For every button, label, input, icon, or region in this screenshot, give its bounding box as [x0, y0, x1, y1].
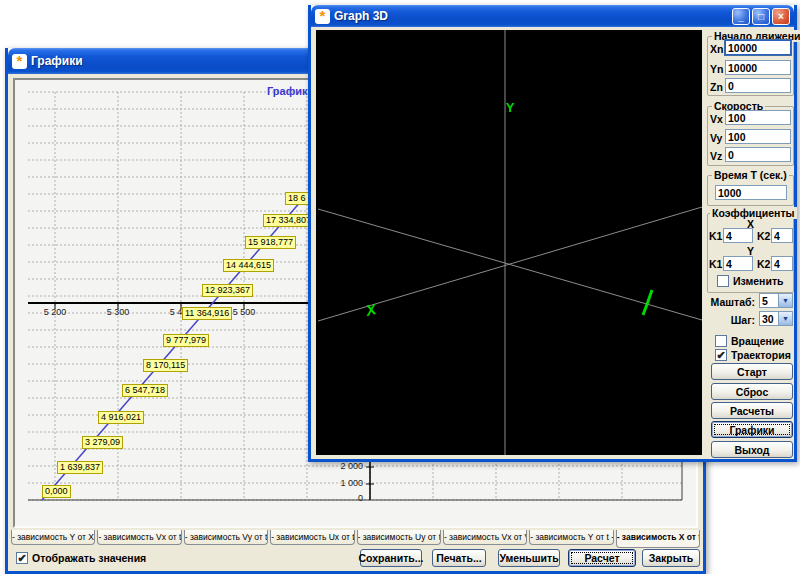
print-button[interactable]: Печать...: [432, 549, 486, 567]
time-group-title: Время Т (сек.): [712, 169, 789, 181]
show-values-checkbox[interactable]: ✔ Отображать значения: [16, 552, 146, 564]
data-point-label: 1 639,837: [57, 461, 103, 474]
chart-title: График: [267, 85, 308, 97]
data-point-label: 6 547,718: [122, 384, 168, 397]
tab-uy-ot-t[interactable]: - зависимость Uy от t: [357, 530, 441, 545]
time-field[interactable]: [715, 185, 787, 200]
data-point-label: 11 364,916: [182, 307, 232, 320]
chevron-down-icon[interactable]: ▼: [778, 294, 792, 307]
checkbox-label: Траектория: [731, 349, 791, 361]
calcs-button[interactable]: Расчеты: [711, 402, 793, 419]
close-window-button[interactable]: Закрыть: [642, 549, 700, 567]
graphs-button[interactable]: Графики: [711, 421, 793, 438]
data-point-label: 4 916,021: [98, 411, 144, 424]
checkbox-label: Вращение: [731, 335, 784, 347]
close-button[interactable]: ×: [772, 8, 790, 25]
zn-label: Zn: [710, 81, 723, 93]
graph3d-window: * Graph 3D _ □ × Y X Начало движения Xn …: [308, 5, 797, 462]
plot3d-axes: Y X: [316, 30, 702, 455]
checkbox-box[interactable]: ✔: [16, 552, 28, 564]
z-axis-marker: [643, 290, 652, 315]
start-button[interactable]: Старт: [711, 363, 793, 380]
yn-label: Yn: [710, 63, 723, 75]
rotation-checkbox[interactable]: Вращение: [715, 335, 784, 347]
k1y-label: K1: [709, 258, 722, 270]
x-tick-label: 5 300: [107, 307, 130, 317]
vy-field[interactable]: [725, 129, 791, 144]
graph3d-titlebar[interactable]: * Graph 3D _ □ ×: [311, 5, 794, 27]
y-tick-label: 1 000: [319, 478, 363, 488]
checkbox-box[interactable]: [717, 275, 729, 287]
app-icon: *: [315, 9, 330, 24]
zn-field[interactable]: [725, 78, 791, 93]
graph3d-client-area: Y X Начало движения Xn Yn Zn Скорость Vx…: [311, 27, 794, 459]
trajectory-checkbox[interactable]: ✔ Траектория: [715, 349, 791, 361]
k1x-label: K1: [709, 230, 722, 242]
change-checkbox[interactable]: Изменить: [717, 275, 784, 287]
reduce-button[interactable]: Уменьшить: [498, 549, 560, 567]
k1x-field[interactable]: [723, 228, 753, 243]
graph3d-window-title: Graph 3D: [334, 9, 388, 23]
xn-label: Xn: [710, 43, 723, 55]
maximize-button[interactable]: □: [752, 8, 770, 25]
save-button[interactable]: Сохранить...: [360, 549, 422, 567]
yn-field[interactable]: [725, 60, 791, 75]
y-tick-label: 0: [319, 493, 363, 503]
k2x-label: K2: [757, 230, 770, 242]
step-label: Шаг:: [703, 314, 755, 326]
data-point-label: 9 777,979: [163, 334, 209, 347]
step-value: 30: [760, 312, 778, 325]
data-point-label: 0,000: [42, 485, 71, 498]
calc-button[interactable]: Расчет: [568, 549, 636, 567]
graphs-window-title: Графики: [31, 54, 83, 68]
data-point-label: 17 334,807: [263, 214, 314, 227]
vz-field[interactable]: [725, 147, 791, 162]
vx-label: Vx: [710, 113, 723, 125]
vx-field[interactable]: [725, 110, 791, 125]
x-tick-label: 5 200: [44, 307, 67, 317]
tab-vy-ot-t[interactable]: - зависимость Vy от t -: [184, 530, 268, 545]
z-axis-line: [318, 209, 702, 320]
data-point-label: 14 444,615: [223, 259, 274, 272]
x-tick-label: 5 500: [233, 307, 256, 317]
k2x-field[interactable]: [771, 228, 793, 243]
data-point-label: 15 918,777: [245, 236, 296, 249]
k2y-label: K2: [757, 258, 770, 270]
vy-label: Vy: [710, 132, 722, 144]
tab-vx-ot-t[interactable]: - зависимость Vx от t -: [97, 530, 181, 545]
scale-combo[interactable]: 5 ▼: [759, 293, 793, 308]
checkbox-box[interactable]: ✔: [715, 349, 727, 361]
k1y-field[interactable]: [723, 256, 753, 271]
exit-button[interactable]: Выход: [711, 441, 793, 458]
tab-x-ot-t[interactable]: - зависимость X от t -: [616, 530, 700, 548]
data-point-label: 12 923,367: [202, 284, 253, 297]
data-point-label: 3 279,09: [82, 436, 123, 449]
tab-y-ot-x[interactable]: - зависимость Y от X -: [11, 530, 95, 545]
axis-label-y: Y: [506, 100, 515, 115]
checkbox-box[interactable]: [715, 335, 727, 347]
plot3d-canvas[interactable]: Y X: [316, 30, 702, 455]
tab-strip: - зависимость Y от X - - зависимость Vx …: [11, 530, 700, 549]
app-icon: *: [12, 54, 27, 69]
reset-button[interactable]: Сброс: [711, 383, 793, 400]
axis-label-x: X: [363, 300, 378, 319]
tab-y-ot-t[interactable]: - зависимость Y от t -: [529, 530, 613, 545]
tab-ux-ot-t[interactable]: - зависимость Ux от t -: [270, 530, 354, 545]
vz-label: Vz: [710, 150, 722, 162]
titlebar-buttons: _ □ ×: [732, 8, 790, 25]
checkbox-label: Отображать значения: [32, 552, 146, 564]
xn-field[interactable]: [725, 40, 791, 55]
chevron-down-icon[interactable]: ▼: [778, 312, 792, 325]
y-tick-label: 2 000: [319, 461, 363, 471]
data-point-label: 8 170,115: [143, 359, 188, 372]
k2y-field[interactable]: [771, 256, 793, 271]
step-combo[interactable]: 30 ▼: [759, 311, 793, 326]
scale-value: 5: [760, 294, 778, 307]
checkbox-label: Изменить: [733, 275, 784, 287]
scale-label: Маштаб:: [703, 296, 755, 308]
tab-vx-ot-vy[interactable]: - зависимость Vx от Vy -: [443, 530, 527, 545]
minimize-button[interactable]: _: [732, 8, 750, 25]
